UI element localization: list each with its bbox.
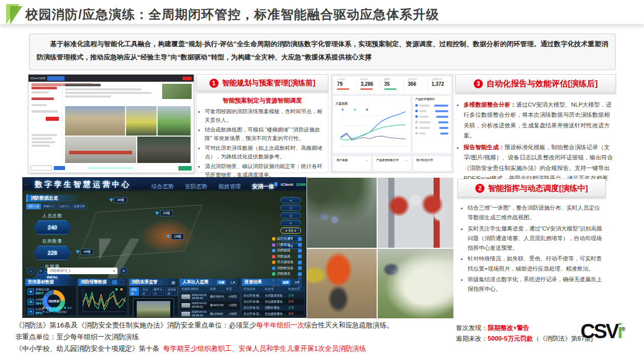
plan-photo-crowd (65, 106, 125, 136)
alarm-tab[interactable] (119, 280, 125, 285)
nav-overall[interactable]: 综合态势 (151, 183, 174, 190)
nav-fire-integrated[interactable]: 安消一体 (252, 183, 274, 190)
legend-item: 消防通道✓ (272, 272, 302, 276)
hydrant-icon (272, 267, 275, 270)
vehicle-row[interactable]: 2025-04-0118:59:42豫D78DV3小轿车 (180, 292, 240, 301)
tab-vehicle-access[interactable]: 车辆出入 (42, 204, 56, 209)
checkbox-checked[interactable]: ✓ (298, 249, 302, 253)
regulation-line-3: 《中小学校、幼儿园消防安全十项规定》第十条 每学期至少组织教职工、安保人员和学生… (15, 344, 366, 353)
stat-card: 今日UV 79 (333, 77, 357, 94)
video-tab-drill-area[interactable]: 演练区 (129, 287, 139, 296)
rank-title: 产品好评度排行 (415, 97, 448, 101)
nav-security[interactable]: 安防态势 (185, 183, 207, 190)
equipment-panel-title: 安消器材数据 (25, 279, 76, 286)
building-pin-4[interactable]: 4#楼 (76, 249, 94, 255)
online-count-icon: ▣ (27, 299, 34, 305)
stat-total-label: 人员总数 (26, 213, 78, 219)
tab-fire-personnel[interactable]: 消防人员 (26, 204, 41, 209)
vehicle-panel-title: 人车出入监测 车辆 人员 (180, 279, 240, 286)
card-occupation: 用户职业分布 (413, 156, 451, 171)
analytics-trend-card: 大盘趋势 (333, 96, 411, 153)
vehicle-table-header: 车辆照片 时间 车牌 车型 (180, 286, 240, 292)
video-tab-hall[interactable]: 教学大厅 (152, 287, 165, 296)
stat-label: 昨日UV (360, 78, 380, 81)
intro-box: 基于标准化流程与智能化工具融合，构建覆盖“规划-执行-评估”全生命周期的消防演练… (29, 34, 616, 70)
patrol-row[interactable]: 办公区域-宿…安全疏散通道…异常 (242, 311, 304, 317)
tool-button-layers[interactable]: ❏ (281, 205, 301, 211)
chevron-down-icon: ▾ (113, 269, 115, 273)
checkbox-checked[interactable]: ✓ (298, 243, 302, 247)
tab-patrol[interactable]: 巡查结果 (72, 204, 86, 209)
equipment-data-panel: 安消器材数据 ▣摄像机总数600个 ▣在线数量594个 ◉在线率99% 消防数据… (25, 278, 77, 316)
stat-value: 79 (337, 81, 356, 87)
patrol-row[interactable]: 办公区域-教…安全疏散通道…异常 (242, 299, 304, 305)
floor-button-f3[interactable]: ▶F3◀ (281, 227, 301, 234)
hazard-tab[interactable]: 隐患 (281, 280, 291, 285)
checkbox-checked[interactable]: ✓ (298, 260, 302, 265)
patrol-row[interactable]: 办公区域-教…火灾隐患排查…正常 (242, 292, 304, 299)
checkbox-checked[interactable]: ✓ (298, 254, 302, 258)
tool-button-locate[interactable]: ◎ (281, 212, 301, 218)
alert-icon[interactable]: ⚠ (27, 267, 35, 275)
heat-sensor-icon (272, 255, 275, 258)
bullet: 班级集结清点数字化，系统进行记录，确保无遗漏后上报指挥中心。 (468, 275, 605, 294)
nav-energy[interactable]: 能效管理 (219, 183, 241, 190)
trend-title: 大盘趋势 (335, 102, 348, 105)
stat-card: 近7日UV 366 (404, 77, 427, 94)
stat-value: 366 (408, 81, 427, 87)
car-photo (181, 312, 190, 316)
penalty-line-1: 首次发现：限期整改+警告 (456, 324, 530, 333)
plan-confirm-button[interactable] (178, 166, 192, 171)
stat-label: 今日UV (337, 78, 356, 81)
map-search-row: ⚠ ⟳ 消防通道F3_1▾ ⚙ (27, 267, 128, 275)
vehicle-row[interactable]: 2025-04-0118:59:22豫LZ3609小轿车 (180, 310, 240, 317)
alarm-tab-active[interactable] (112, 280, 117, 285)
stat-total-value: 240 (34, 220, 71, 235)
page-title: 校园消防/应急演练：全周期闭环管控，标准智能融合驱动应急体系升级 (25, 6, 439, 23)
grid-icon[interactable]: ▦ (171, 280, 175, 285)
vehicle-row[interactable]: 2025-04-0118:59:02豫H60Y05小轿车 (180, 301, 240, 310)
card-user-source: 用户来源… (333, 156, 371, 171)
title-accent-icon (6, 4, 23, 24)
bullet: 可套用校园的消防演练预案模板，含时间节点，相关责任人。 (205, 107, 325, 124)
stat-label: 近30日UV (432, 78, 451, 81)
panel-post-drill-header: 3 自动化报告与效能评估[演练后] (455, 74, 616, 93)
photo-extinguisher-drill (378, 249, 453, 319)
client-active-tab[interactable] (47, 76, 65, 81)
vehicle-tab[interactable]: 车辆 (217, 280, 226, 285)
trend-chart (335, 107, 409, 153)
screenshot-analytics: 今日UV 79 昨日UV 3,286 新用户 35 近7日UV 366 近30日… (331, 74, 453, 173)
video-tab-office[interactable]: 办公区 (140, 287, 150, 296)
screenshot-plan-client: IClient 5200 (28, 74, 194, 173)
video-tab-field[interactable]: 运动场地 (165, 287, 178, 296)
people-tab[interactable]: 人员 (228, 280, 237, 285)
refresh-icon[interactable]: ⟳ (37, 267, 45, 275)
building-pin-1[interactable]: 1#楼 (166, 234, 184, 240)
stat-value: 1,372 (432, 81, 451, 87)
building-pin-2[interactable]: 2#楼 (155, 210, 173, 216)
channel-select[interactable]: 消防通道F3_1▾ (47, 268, 117, 274)
analytics-stats-row: 今日UV 79 昨日UV 3,286 新用户 35 近7日UV 366 近30日… (333, 77, 451, 94)
tool-button-reset[interactable]: ⟳ (281, 220, 301, 226)
plan-search-input[interactable] (30, 166, 52, 171)
tool-button-measure[interactable]: ✛ (281, 197, 301, 203)
checkbox-checked[interactable]: ✓ (298, 237, 302, 241)
panel-during-drill-title: 智能指挥与动态调度[演练中] (488, 183, 588, 194)
building-pin-3[interactable]: 3#楼 (109, 197, 127, 203)
panel-pre-drill-title: 智能规划与预案管理[演练前] (222, 78, 316, 88)
panel-post-drill-title: 自动化报告与效能评估[演练后] (486, 79, 598, 89)
plan-search-button[interactable] (54, 166, 65, 170)
video-player[interactable] (133, 298, 174, 317)
header-divider-band (0, 24, 644, 28)
live-video-panel: 消防实景监管▦ 演练区 办公区 教学大厅 运动场地 (129, 278, 178, 316)
patrol-row[interactable]: 办公区域-食…用火、用电检…正常 (242, 317, 304, 317)
panel-pre-drill-body: 智能预案制定与资源智能调度 可套用校园的消防演练预案模板，含时间节点，相关责任人… (196, 93, 328, 173)
checkbox-checked[interactable]: ✓ (298, 266, 302, 270)
tab-people-access[interactable]: 人员出入 (57, 204, 71, 209)
patrol-row[interactable]: 办公区域-实…消防车通道…正常 (242, 305, 304, 311)
bullet: 清点消防物资、确认消防设施功能正常；统计各环节所需物资，生成调度清单。 (205, 162, 325, 179)
checkbox-checked[interactable]: ✓ (298, 272, 302, 276)
daily-tab[interactable]: 日常 (292, 280, 302, 285)
stat-onduty-label: 在岗数量 (26, 238, 78, 245)
settings-icon[interactable]: ⚙ (120, 267, 128, 275)
